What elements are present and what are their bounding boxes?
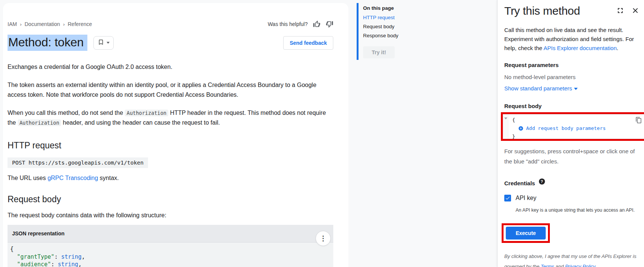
json-representation-header: JSON representation [8, 225, 333, 243]
on-this-page-nav: On this page HTTP request Request body R… [357, 3, 451, 60]
code-line: "audience": string, [10, 261, 333, 267]
chevron-right-icon: › [20, 21, 21, 27]
editor-code: { Add request body parameters } [508, 114, 606, 139]
request-body-heading: Request body [8, 194, 333, 204]
panel-intro: Call this method on live data and see th… [504, 26, 638, 53]
chevron-down-icon [574, 88, 578, 90]
execute-annotation-box: Execute [502, 223, 550, 243]
intro-text: . [617, 45, 618, 51]
send-feedback-button[interactable]: Send feedback [283, 36, 333, 50]
thumb-up-icon[interactable] [313, 20, 320, 28]
bookmark-button[interactable] [93, 36, 114, 50]
was-this-helpful: Was this helpful? [268, 20, 333, 28]
editor-line-close: } [512, 133, 606, 141]
footer-text: . [595, 264, 597, 267]
more-options-button[interactable]: ⋮ [316, 231, 331, 246]
show-standard-label: Show standard parameters [504, 85, 572, 92]
grpc-text: syntax. [98, 175, 119, 181]
page-title: Method: token [8, 35, 87, 51]
api-key-label[interactable]: API key [516, 195, 536, 201]
add-circle-icon [518, 126, 523, 131]
breadcrumb-reference[interactable]: Reference [68, 21, 92, 27]
add-request-body-parameters-link[interactable]: Add request body parameters [512, 124, 606, 133]
execute-button[interactable]: Execute [506, 227, 546, 240]
json-representation-table: JSON representation { "grantType": strin… [8, 225, 333, 267]
try-it-button[interactable]: Try it! [363, 46, 395, 58]
editor-line-open: { [512, 116, 606, 124]
authorization-code-chip: Authorization [18, 119, 61, 126]
toc-link-response-body[interactable]: Response body [363, 33, 451, 38]
show-standard-parameters-link[interactable]: Show standard parameters [504, 85, 638, 92]
http-request-code: POST https://sts.googleapis.com/v1/token [8, 157, 148, 168]
helpful-question: Was this helpful? [268, 21, 308, 27]
authorization-note-paragraph: When you call this method, do not send t… [8, 108, 332, 128]
note-text: When you call this method, do not send t… [8, 110, 125, 116]
credentials-row: Credentials ? [504, 180, 638, 186]
toc-link-request-body[interactable]: Request body [363, 24, 451, 29]
bookmark-icon [98, 39, 104, 47]
suggestions-text: For suggestions, press control+space or … [504, 146, 638, 166]
add-parameters-label: Add request body parameters [526, 124, 606, 133]
panel-request-body-heading: Request body [504, 103, 638, 109]
help-icon[interactable]: ? [539, 179, 545, 185]
breadcrumb-iam[interactable]: IAM [8, 21, 17, 27]
fold-arrow-icon[interactable] [504, 117, 507, 119]
note-text: header, and using the header can cause t… [61, 119, 220, 126]
grpc-text: The URL uses [8, 175, 47, 181]
credentials-heading: Credentials [504, 180, 535, 186]
request-body-editor[interactable]: { Add request body parameters } [503, 114, 644, 139]
api-key-checkbox[interactable] [504, 195, 511, 201]
thumb-down-icon[interactable] [326, 20, 333, 28]
more-vert-icon: ⋮ [320, 235, 327, 242]
terms-link[interactable]: Terms [541, 264, 554, 267]
breadcrumb-documentation[interactable]: Documentation [24, 21, 60, 27]
toc-link-http-request[interactable]: HTTP request [363, 15, 451, 20]
api-key-description: An API key is a unique string that lets … [516, 207, 638, 213]
authorization-code-chip: Authorization [125, 110, 168, 116]
footer-text: and [554, 264, 565, 267]
caret-down-icon [107, 42, 110, 44]
privacy-policy-link[interactable]: Privacy Policy [565, 264, 595, 267]
description-paragraph: The token asserts an external identity w… [8, 80, 332, 100]
no-parameters-text: No method-level parameters [504, 74, 638, 80]
fullscreen-icon[interactable] [616, 6, 624, 15]
panel-footer: By clicking above, I agree that my use o… [504, 251, 638, 267]
close-icon[interactable] [631, 6, 639, 15]
code-line: "grantType": string, [10, 253, 333, 261]
chevron-right-icon: › [63, 21, 64, 27]
grpc-line: The URL uses gRPC Transcoding syntax. [8, 175, 333, 182]
request-parameters-heading: Request parameters [504, 62, 638, 68]
request-body-intro: The request body contains data with the … [8, 212, 333, 219]
grpc-transcoding-link[interactable]: gRPC Transcoding [47, 175, 98, 181]
editor-gutter [503, 114, 508, 139]
json-code-block: { "grantType": string, "audience": strin… [8, 243, 333, 267]
api-key-row: API key [504, 195, 638, 201]
title-row: Method: token Send feedback [8, 35, 333, 51]
top-row: IAM › Documentation › Reference Was this… [8, 20, 333, 28]
breadcrumb: IAM › Documentation › Reference [8, 21, 92, 27]
check-icon [505, 195, 510, 201]
apis-explorer-doc-link[interactable]: APIs Explorer documentation [543, 45, 617, 51]
code-line: { [10, 245, 333, 253]
summary-paragraph: Exchanges a credential for a Google OAut… [8, 62, 332, 72]
http-request-heading: HTTP request [8, 140, 333, 151]
documentation-card: IAM › Documentation › Reference Was this… [3, 3, 348, 267]
toc-title: On this page [363, 5, 451, 11]
try-this-method-panel: Try this method Call this method on live… [497, 0, 644, 267]
copy-icon[interactable] [635, 117, 642, 124]
request-body-annotation-box: { Add request body parameters } [501, 112, 644, 141]
